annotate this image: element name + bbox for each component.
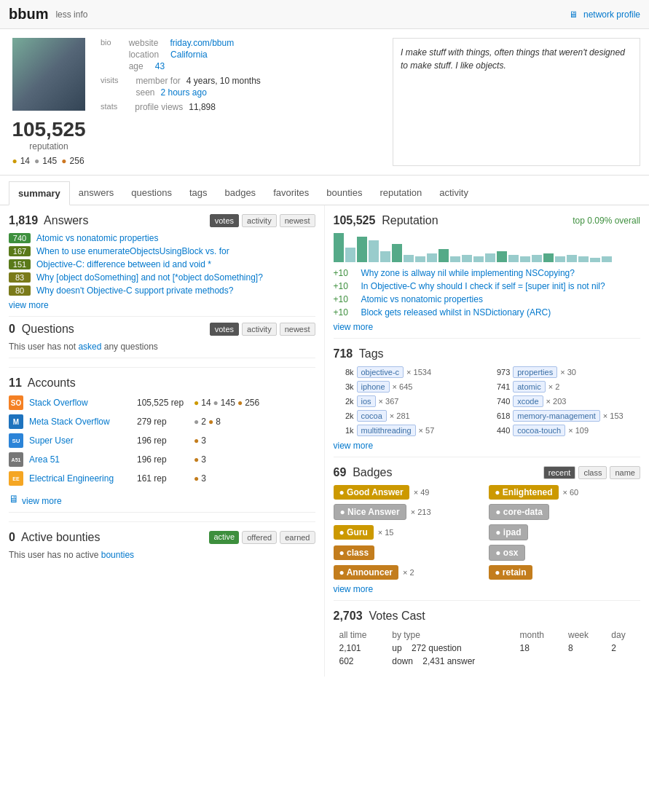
su-icon: SU [9,433,23,448]
tag-row: 741 atomic × 2 [489,381,640,393]
tab-favorites[interactable]: favorites [264,181,318,205]
answers-list: 740 Atomic vs nonatomic properties 167 W… [9,233,315,310]
rep-link[interactable]: Atomic vs nonatomic properties [361,294,483,304]
answer-link[interactable]: Why [object doSomething] and not [*objec… [36,272,263,283]
network-profile-link[interactable]: 🖥 network profile [569,9,640,20]
a51-link[interactable]: Area 51 [29,454,131,465]
answer-link[interactable]: When to use enumerateObjectsUsingBlock v… [36,246,229,256]
tab-reputation[interactable]: reputation [371,181,430,205]
answer-link[interactable]: Why doesn't Objective-C support private … [36,285,233,296]
badge-pill: ● Enlightened [489,485,558,500]
rep-link[interactable]: Block gets released whilst in NSDictiona… [361,307,551,318]
divider [9,316,315,317]
answer-link[interactable]: Atomic vs nonatomic properties [36,233,158,243]
badge-item: ● Good Answer × 49 [334,485,485,500]
website-val[interactable]: friday.com/bbum [170,38,234,48]
tag-badge[interactable]: xcode [513,395,543,407]
badge-item: ● retain [489,565,640,580]
answer-link[interactable]: Objective-C: difference between id and v… [36,259,211,269]
answers-activity-btn[interactable]: activity [242,214,277,227]
a51-rep: 196 rep [137,454,188,465]
tab-tags[interactable]: tags [181,181,216,205]
so-link[interactable]: Stack Overflow [29,398,131,408]
rep-label: Reputation [382,214,438,226]
bounties-active-btn[interactable]: active [209,531,239,544]
bio-fields: website friday.com/bbum location Califor… [129,38,235,71]
account-item-meta: M Meta Stack Overflow 279 rep ●2 ●8 [9,414,315,429]
badges-view-more[interactable]: view more [334,584,641,594]
page-header: bbum less info 🖥 network profile [0,0,649,29]
rep-bar [555,256,565,262]
answers-newest-btn[interactable]: newest [280,214,315,227]
rep-item: +10 Atomic vs nonatomic properties [334,294,641,304]
reputation-section: 105,525 Reputation top 0.09% overall [334,214,641,332]
questions-activity-btn[interactable]: activity [242,323,277,336]
badge-item: ● ipad [489,524,640,540]
avatar-rep-block: 105,525 reputation ● 14 ● 145 ● 256 [9,38,89,166]
reputation-view-more[interactable]: view more [334,322,641,332]
tab-bounties[interactable]: bounties [318,181,371,205]
questions-title: 0 Questions [9,323,74,336]
tag-badge[interactable]: memory-management [513,410,600,422]
vote-badge: 151 [9,259,31,269]
questions-note: This user has not asked any questions [9,342,315,352]
rep-bar [438,249,449,262]
tab-activity[interactable]: activity [430,181,477,205]
tag-badge[interactable]: ios [357,395,376,407]
member-for-val: 4 years, 10 months [186,76,261,86]
questions-newest-btn[interactable]: newest [280,323,315,336]
rep-bar [590,258,600,262]
answers-votes-btn[interactable]: votes [210,214,239,227]
questions-votes-btn[interactable]: votes [210,323,239,336]
su-badges: ●3 [194,435,206,446]
badges-recent-btn[interactable]: recent [543,466,576,479]
badges-class-btn[interactable]: class [578,466,607,479]
answers-header: 1,819 Answers votes activity newest [9,214,315,227]
badge-pill: ● retain [489,565,532,580]
ee-link[interactable]: Electrical Engineering [29,473,131,484]
rep-link[interactable]: Why zone is allway nil while implementin… [361,268,575,278]
badges-name-btn[interactable]: name [610,466,640,479]
badge-item: ● core-data [489,504,640,520]
answers-view-more[interactable]: view more [9,300,315,310]
day-header: day [605,628,640,642]
gold-count: 14 [20,156,30,166]
avatar [12,38,85,111]
tag-count: × 153 [603,411,624,420]
bounties-offered-btn[interactable]: offered [242,531,277,544]
su-link[interactable]: Super User [29,435,131,446]
tag-badge[interactable]: iphone [357,381,390,393]
less-info-link[interactable]: less info [55,9,87,20]
tags-view-more[interactable]: view more [334,441,641,451]
bounties-header: 0 Active bounties active offered earned [9,531,315,544]
tag-badge[interactable]: cocoa [357,410,387,422]
badge-item: ● Guru × 15 [334,524,485,540]
tag-badge[interactable]: atomic [513,381,545,393]
bounties-earned-btn[interactable]: earned [280,531,315,544]
accounts-view-more[interactable]: view more [22,496,62,506]
tag-badge[interactable]: cocoa-touch [513,425,565,436]
tags-grid: 8k objective-c × 1534 973 properties × 3… [334,366,641,436]
rep-link[interactable]: In Objective-C why should I check if sel… [361,281,605,291]
profile-section: 105,525 reputation ● 14 ● 145 ● 256 bio … [0,29,649,176]
tab-answers[interactable]: answers [70,181,122,205]
tag-count: × 2 [548,382,560,391]
vote-badge: 167 [9,246,31,256]
tag-count: × 367 [379,397,399,406]
tab-questions[interactable]: questions [122,181,181,205]
meta-link[interactable]: Meta Stack Overflow [29,417,131,427]
bounties-label: Active bounties [21,531,101,543]
bounties-link[interactable]: bounties [101,550,134,560]
tab-badges[interactable]: badges [216,181,264,205]
tag-badge[interactable]: properties [513,366,557,378]
tag-badge[interactable]: multithreading [357,425,416,436]
tag-badge[interactable]: objective-c [357,366,404,378]
bounties-count: 0 [9,531,15,543]
asked-link[interactable]: asked [78,342,101,352]
rep-bar [415,256,425,262]
badges-grid: ● Good Answer × 49 ● Enlightened × 60 ● … [334,485,641,580]
badge-pill: ● Nice Answer [334,504,406,520]
tab-summary[interactable]: summary [9,181,70,205]
profile-views-val: 11,898 [189,102,216,112]
rep-bar [543,253,554,262]
